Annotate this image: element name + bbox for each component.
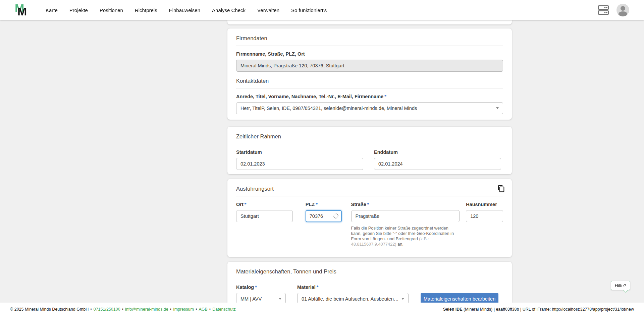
card-firmendaten: Firmendaten Firmenname, Straße, PLZ, Ort… [227, 28, 512, 120]
required-asterisk: * [245, 202, 247, 207]
strasse-label: Straße* [351, 202, 460, 207]
enddatum-input[interactable] [374, 158, 501, 170]
kontaktdaten-select-value: Herr, TitelP, Selen, IDE, 0987/654321, s… [240, 106, 417, 111]
chevron-down-icon [496, 107, 499, 109]
footer-copyright: © 2025 Mineral Minds Deutschland GmbH [10, 307, 89, 312]
chevron-down-icon [279, 298, 281, 300]
footer-link-agb[interactable]: AGB [199, 307, 207, 312]
zeitlicher-rahmen-title: Zeitlicher Rahmen [236, 133, 503, 140]
startdatum-label: Startdatum [236, 149, 363, 155]
divider [236, 196, 503, 196]
chevron-down-icon [401, 298, 404, 300]
footer-left: © 2025 Mineral Minds Deutschland GmbH • … [10, 307, 236, 312]
plz-label: PLZ* [306, 202, 342, 207]
divider [236, 279, 503, 279]
nav-item-positionen[interactable]: Positionen [100, 7, 123, 13]
brand-logo[interactable]: M M [13, 2, 31, 18]
material-title: Materialeigenschaften, Tonnen und Preis [236, 268, 503, 275]
main-menu: Karte Projekte Positionen Richtpreis Ein… [46, 7, 327, 13]
clipped-previous-card [227, 20, 512, 24]
firmendaten-title: Firmendaten [236, 35, 503, 42]
nav-item-analyse-check[interactable]: Analyse Check [212, 7, 246, 13]
nav-item-so-funktionierts[interactable]: So funktioniert's [291, 7, 327, 13]
nav-item-verwalten[interactable]: Verwalten [257, 7, 279, 13]
startdatum-input[interactable] [236, 158, 363, 170]
hausnummer-label: Hausnummer [466, 202, 503, 207]
copy-icon[interactable] [497, 184, 505, 193]
divider [236, 144, 503, 144]
nav-item-karte[interactable]: Karte [46, 7, 58, 13]
ausfuehrungsort-title: Ausführungsort [236, 186, 503, 192]
server-dns-icon[interactable] [598, 5, 609, 15]
katalog-select-value: MM | AVV [240, 296, 262, 302]
strasse-input[interactable] [351, 210, 460, 222]
divider [236, 46, 503, 46]
avatar-body-icon [619, 11, 627, 16]
material-label: Material* [297, 285, 409, 290]
loading-spinner-icon [333, 213, 338, 218]
nav-item-richtpreis[interactable]: Richtpreis [135, 7, 157, 13]
required-asterisk: * [317, 285, 319, 290]
enddatum-label: Enddatum [374, 149, 501, 155]
navbar-right [598, 4, 629, 16]
avatar-head-icon [621, 6, 625, 11]
required-asterisk: * [367, 202, 369, 207]
footer: © 2025 Mineral Minds Deutschland GmbH • … [0, 303, 644, 316]
kontaktdaten-title: Kontaktdaten [236, 78, 503, 84]
firmendaten-field-label: Firmenname, Straße, PLZ, Ort [236, 51, 503, 57]
footer-link-phone[interactable]: 07151/250100 [94, 307, 120, 312]
nav-item-projekte[interactable]: Projekte [69, 7, 88, 13]
material-select-value: 01 Abfälle, die beim Aufsuchen, Ausbeute… [302, 296, 399, 302]
logo-black-m-icon: M [17, 6, 27, 17]
kontaktdaten-field-label: Anrede, Titel, Vorname, Nachname, Tel.-N… [236, 94, 503, 100]
required-asterisk: * [384, 94, 386, 99]
firmendaten-input [236, 60, 503, 72]
footer-link-impressum[interactable]: Impressum [173, 307, 194, 312]
hilfe-button[interactable]: Hilfe? [611, 281, 630, 290]
kontaktdaten-select[interactable]: Herr, TitelP, Selen, IDE, 0987/654321, s… [236, 102, 503, 114]
footer-link-datenschutz[interactable]: Datenschutz [212, 307, 235, 312]
hausnummer-input[interactable] [466, 210, 503, 222]
ort-label: Ort* [236, 202, 293, 207]
card-zeitlicher-rahmen: Zeitlicher Rahmen Startdatum Enddatum [227, 127, 512, 174]
katalog-label: Katalog* [236, 285, 286, 290]
divider [236, 88, 503, 88]
form-content: Firmendaten Firmenname, Straße, PLZ, Ort… [227, 20, 512, 316]
strasse-hint-text: Falls die Position keiner Straße zugeord… [351, 226, 460, 247]
footer-link-email[interactable]: info@mineral-minds.de [125, 307, 168, 312]
nav-item-einbauweisen[interactable]: Einbauweisen [169, 7, 200, 13]
card-ausfuehrungsort: Ausführungsort Ort* PLZ* [227, 179, 512, 257]
user-avatar[interactable] [616, 4, 629, 16]
footer-session-info: Selen IDE (Mineral Minds) | eaaff03ff38b… [443, 307, 634, 312]
required-asterisk: * [255, 285, 257, 290]
top-navbar: M M Karte Projekte Positionen Richtpreis… [0, 0, 644, 20]
required-asterisk: * [316, 202, 318, 207]
ort-input[interactable] [236, 210, 293, 222]
